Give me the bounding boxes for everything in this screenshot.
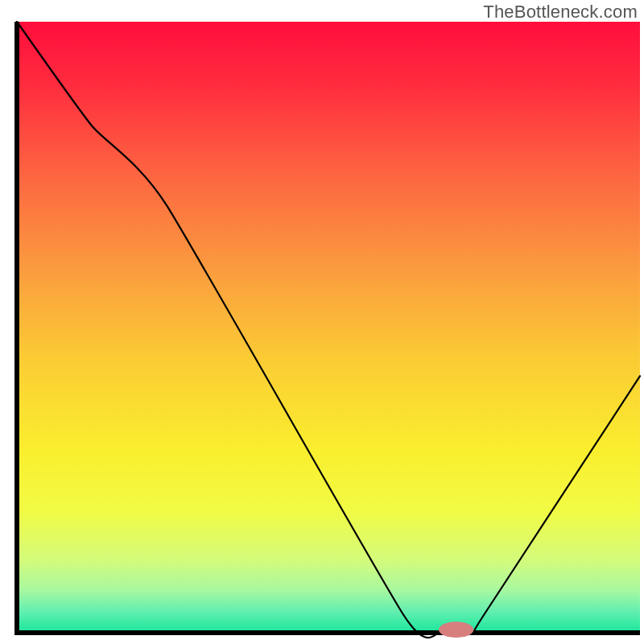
optimal-marker (439, 621, 473, 638)
watermark-text: TheBottleneck.com (483, 2, 638, 23)
bottleneck-curve-chart (0, 0, 644, 644)
plot-background (17, 22, 640, 633)
